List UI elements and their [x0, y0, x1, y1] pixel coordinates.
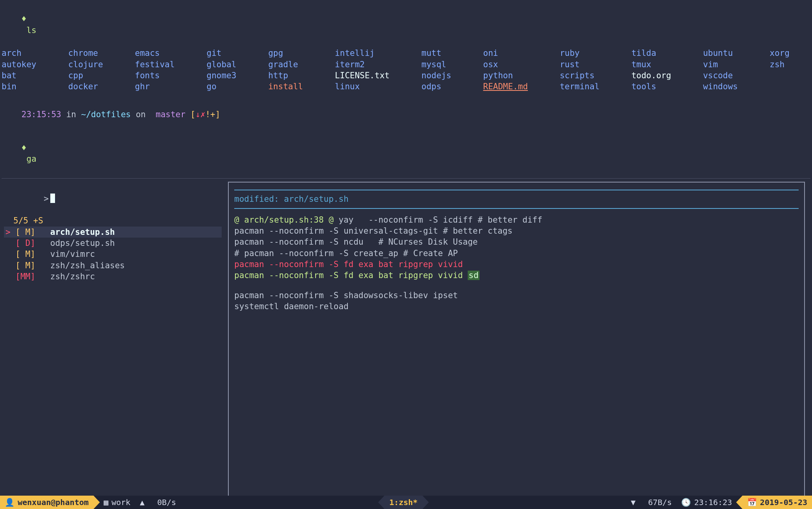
chevron-up-icon: ▲ [140, 497, 145, 508]
diff-context: # pacman --noconfirm -S create_ap # Crea… [234, 248, 799, 259]
prompt-line-2: 23:15:53 in ~/dotfiles on master [↓✗!+] [2, 98, 810, 131]
ls-entry: vim [703, 59, 759, 70]
diff-context: pacman --noconfirm -S ncdu # NCurses Dis… [234, 236, 799, 247]
ls-entry: osx [483, 59, 549, 70]
command-ga: ga [22, 154, 37, 164]
ls-entry: LICENSE.txt [335, 70, 410, 81]
ls-entry: gnome3 [207, 70, 257, 81]
fzf-result-row[interactable]: [MM] zsh/zshrc [4, 271, 222, 282]
ls-entry [770, 81, 810, 92]
fzf-result-row[interactable]: [ D] odps/setup.sh [4, 238, 222, 249]
ls-entry: rust [560, 59, 620, 70]
ls-entry: tools [631, 81, 692, 92]
ls-entry: linux [335, 81, 410, 92]
diff-context: pacman --noconfirm -S shadowsocks-libev … [234, 290, 799, 301]
diff-hunk: @ arch/setup.sh:38 @ yay --noconfirm -S … [234, 214, 799, 225]
status-netspeed-down: ▼ 67B/s [626, 496, 676, 509]
ls-entry: go [207, 81, 257, 92]
diff-deleted-line: pacman --noconfirm -S fd exa bat ripgrep… [234, 259, 799, 270]
fzf-result-row[interactable]: [ M] zsh/zsh_aliases [4, 260, 222, 271]
ls-entry: festival [135, 59, 195, 70]
chevron-down-icon: ▼ [631, 497, 636, 508]
flame-icon: ♦ [22, 14, 27, 24]
prompt-line-2-cmd: ♦ ga [2, 131, 810, 176]
ls-entry: odps [421, 81, 472, 92]
diff-context: systemctl daemon-reload [234, 301, 799, 312]
ls-entry: gradle [268, 59, 324, 70]
fzf-result-row[interactable]: > [ M] arch/setup.sh [4, 227, 222, 238]
ls-entry: intellij [335, 48, 410, 59]
ls-entry: clojure [68, 59, 124, 70]
branch-name: master [156, 110, 186, 119]
branch-icon [151, 110, 156, 119]
status-userhost: 👤wenxuan@phantom [0, 496, 94, 509]
ls-entry: README.md [483, 81, 549, 92]
tmux-statusbar: 👤wenxuan@phantom ▦work ▲ 0B/s 1:zsh* ▼ 6… [0, 496, 812, 509]
prompt-path: ~/dotfiles [81, 110, 130, 119]
ls-entry: install [268, 81, 324, 92]
ls-entry: vscode [703, 70, 759, 81]
fzf-left-pane: > 5/5 +S > [ M] arch/setup.sh [ D] odps/… [2, 182, 222, 282]
grid-icon: ▦ [104, 497, 108, 508]
ls-entry: nodejs [421, 70, 472, 81]
ls-entry: xorg [770, 48, 810, 59]
ls-entry: chrome [68, 48, 124, 59]
ls-entry: bin [2, 81, 57, 92]
ls-entry: cpp [68, 70, 124, 81]
ls-entry: zsh [770, 59, 810, 70]
user-icon: 👤 [5, 497, 15, 508]
fzf-prompt[interactable]: > [4, 182, 222, 215]
ls-entry: todo.org [631, 70, 692, 81]
flame-icon: ♦ [22, 143, 27, 153]
fzf-counter: 5/5 +S [4, 215, 222, 226]
ls-entry: ruby [560, 48, 620, 59]
ls-entry: ghr [135, 81, 195, 92]
ls-entry: tilda [631, 48, 692, 59]
status-clock: 🕓23:16:23 [676, 496, 742, 509]
ls-entry: ubuntu [703, 48, 759, 59]
ls-entry [770, 70, 810, 81]
git-flags: [↓✗!+] [186, 110, 220, 119]
ls-entry: arch [2, 48, 57, 59]
ls-entry: mutt [421, 48, 472, 59]
ls-entry: iterm2 [335, 59, 410, 70]
ls-entry: mysql [421, 59, 472, 70]
status-active-tab[interactable]: 1:zsh* [384, 496, 422, 509]
ls-output-grid: archchromeemacsgitgpgintellijmuttoniruby… [2, 48, 810, 92]
ls-entry: python [483, 70, 549, 81]
ls-entry: http [268, 70, 324, 81]
diff-header: modified: arch/setup.sh [234, 194, 799, 205]
cursor [50, 194, 55, 203]
ls-entry: tmux [631, 59, 692, 70]
prompt-time: 23:15:53 [22, 110, 61, 119]
status-session[interactable]: ▦work [94, 496, 135, 509]
ls-entry: docker [68, 81, 124, 92]
ls-entry: autokey [2, 59, 57, 70]
clock-icon: 🕓 [681, 497, 691, 508]
ls-entry: global [207, 59, 257, 70]
prompt-line-1: ♦ ls [2, 2, 810, 47]
ls-entry: emacs [135, 48, 195, 59]
command-ls: ls [22, 26, 37, 35]
ls-entry: windows [703, 81, 759, 92]
status-date: 📅2019-05-23 [742, 496, 812, 509]
fzf-result-row[interactable]: [ M] vim/vimrc [4, 249, 222, 260]
ls-entry: bat [2, 70, 57, 81]
fzf-preview-pane: modified: arch/setup.sh @ arch/setup.sh:… [228, 182, 805, 509]
ls-entry: gpg [268, 48, 324, 59]
diff-added-line: pacman --noconfirm -S fd exa bat ripgrep… [234, 270, 799, 281]
ls-entry: git [207, 48, 257, 59]
divider-line [2, 178, 810, 179]
ls-entry: scripts [560, 70, 620, 81]
ls-entry: oni [483, 48, 549, 59]
ls-entry: terminal [560, 81, 620, 92]
ls-entry: fonts [135, 70, 195, 81]
diff-context: pacman --noconfirm -S universal-ctags-gi… [234, 225, 799, 236]
status-netspeed-up: ▲ 0B/s [135, 496, 181, 509]
calendar-icon: 📅 [747, 497, 757, 508]
